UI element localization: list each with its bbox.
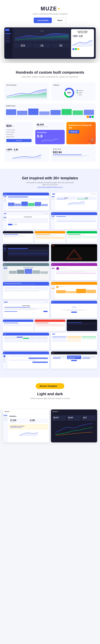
template-21-nav [3,354,8,369]
live-preview-button[interactable]: Live preview [34,18,52,23]
donut-chart: 63% Desktop Mobile Other [53,87,93,98]
cta-box: Get instant live results for only $12.99… [9,424,48,429]
feature-2: Email marketing [6,131,32,134]
template-4-topbar [51,212,97,215]
price-period: /mo [12,126,14,127]
perf-chart [37,138,63,142]
template-grid-row10 [3,352,97,369]
template-13-ecom [51,282,97,299]
template-3-settings: Form Elements [3,212,49,230]
template-14-invoice: Invoice #1042 [3,301,49,318]
dark-screen-header: MUZE [51,410,97,414]
template-4-body [55,215,97,230]
avatars-row [6,116,94,118]
stat-item-2: 2.4k Users [14,148,18,152]
finance-col: $6,443 Bootstrap 5 Templates Performance… [35,122,65,144]
panel-stat-1: +49% Growth [72,35,78,38]
feature-1: 1 domain hosting [6,129,32,131]
light-dark-title: Light and dark [4,392,96,396]
template-1-body [7,196,49,210]
dark-chart [52,422,96,437]
template-20-kanban [51,333,97,350]
geometric-pattern [51,247,97,261]
stat-items: +49% Growth 2.4k Users [6,148,47,152]
hero-section: MUZE Admin & Dashboard Bootstrap 5 Templ… [0,0,100,63]
panel-title: Instantly engagewith your Team [72,30,92,34]
download-button[interactable]: Download [69,130,79,134]
template-8-nav [3,247,7,261]
software-card: Software 63% Desktop Mobile [51,82,96,100]
template-10-nav [3,266,8,280]
dashboard-sidebar [4,28,12,59]
templates-section: Get inspired with 30+ templates Find per… [0,169,100,378]
pricing-features: 1 domain hosting Email marketing Securit… [6,129,32,138]
light-dark-subtitle: Switch between light and dark modes in n… [4,397,96,400]
templates-subtitle: Find perfect uniquely designed pages tha… [3,182,97,184]
user-overview-title: User Overview [7,84,47,86]
template-grid-row2: Form Elements [3,212,97,230]
software-title: Software [53,84,93,86]
logo: MUZE [3,6,97,12]
dribble-title: Dribble Shots [6,105,94,107]
muze-logo-mini: MUZE [5,411,47,412]
perf-label: Performance [37,132,63,133]
template-13-topbar [51,282,97,285]
stat-box-2: 6,448 Conversions [29,418,48,423]
template-17-sm [35,320,65,331]
template-11-topbar [51,263,97,266]
demo-button[interactable]: Demo [54,18,66,23]
template-8-body [7,247,49,261]
template-10-content: High Target Overview [3,266,49,280]
components-section: Hundreds of custom built components Enjo… [0,63,100,169]
template-8-topbar [3,244,49,247]
dark-screen: MUZE 56.1% Rate 94.20 Value 15.3 Index [51,410,97,442]
dark-main: 56.1% Rate 94.20 Value 15.3 Index [51,414,97,439]
stat-item-1: +49% Growth [6,148,12,152]
template-grid-row3 [3,231,97,242]
invoice-bar-3 [53,156,86,157]
panel-stats: +49% Growth 2.4k Users [72,35,92,38]
stat-2-value: 6,448 [30,419,47,421]
template-15-error: 404 [51,301,97,318]
stat-chart [6,153,47,159]
logo-dot [58,8,59,10]
invoice-card: Total Amount $33.94 [51,146,96,162]
chart-area [15,32,69,41]
start-trial-button[interactable]: Start Trial [6,139,32,142]
hero-subtitle: Admin & Dashboard Bootstrap 5 Template [3,13,97,15]
hero-buttons: Live preview Demo [3,18,97,23]
template-10-wireframe: High Target Overview [3,263,49,280]
invoice-amount: $33.94 [53,151,94,154]
price-display: $24 /mo [6,124,32,128]
light-screen-header: MUZE [3,410,49,414]
dashboard-preview-mockup: Today [4,28,96,59]
template-5-dark [3,231,33,242]
components-subtitle: Enjoy 500+ modern, flexible components f… [4,76,96,78]
template-9-geometric [51,244,97,261]
stat-boxes: 37,245 Total visitors 6,448 Conversions [9,418,48,423]
template-13-body [55,285,97,299]
template-grid-row6 [3,282,97,299]
template-8-content [3,247,49,261]
template-21-chat [3,352,49,369]
mini-stat-1: Revenue $4.2k [14,43,32,48]
feature-3: Security audit [6,134,32,136]
template-grid-row7: Invoice #1042 404 [3,301,97,318]
user-overview-chart [7,87,47,98]
browse-templates-button[interactable]: Browse Templates ⚡ [36,383,64,389]
stat-2-label: Conversions [30,421,47,422]
middle-cards-row: $24 /mo 1 domain hosting Email marketing… [4,122,96,144]
cta-sub[interactable]: only $12.99 monthly → [10,427,47,428]
dribble-shots-card: Dribble Shots [4,104,96,120]
stat-1-label: Total visitors [10,421,27,422]
template-grid-row1: 37,245 6,448 [3,192,97,210]
invoice-bar-1 [53,154,81,155]
light-screen: MUZE Analytics 37,245 Total visitors [3,410,49,442]
template-19-topbar [3,333,49,336]
template-4-table [51,212,97,230]
templates-url: www.DownloadFreeThemes.com [3,186,97,188]
template-12-landing [3,282,49,299]
template-1-nav [3,196,7,210]
template-2-analytics: 37,245 6,448 [51,192,97,210]
stat-1-value: 37,245 [10,419,27,421]
